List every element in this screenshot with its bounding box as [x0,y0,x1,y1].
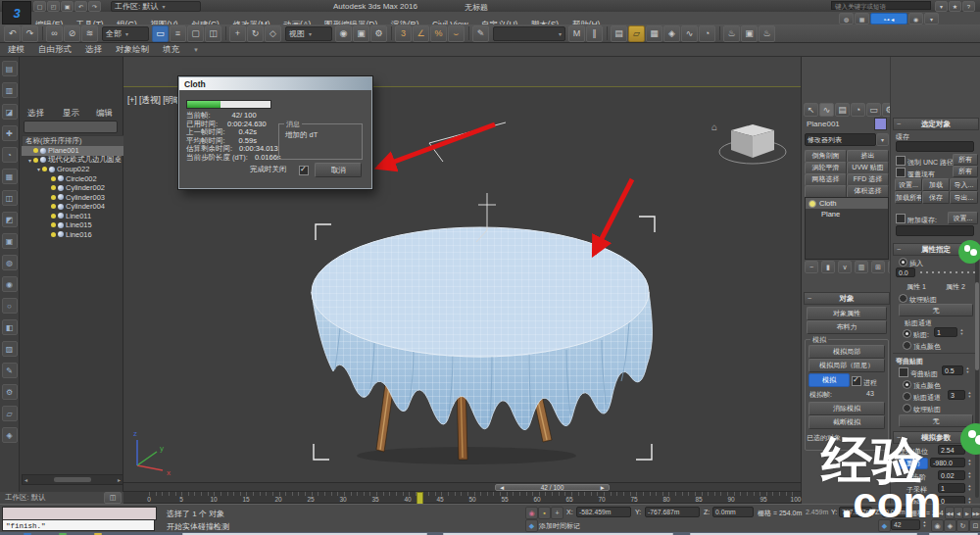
chevron-down-icon[interactable]: ▾ [876,133,889,146]
tab-motion-icon[interactable]: ◔ [851,103,865,117]
named-selection-sets-dropdown[interactable]: ▾ [493,26,565,41]
cloth-forces-button[interactable]: 布料力 [807,320,887,334]
spinner-icon[interactable]: ▴▾ [966,497,973,504]
frame-forward-icon[interactable]: ► [600,484,606,491]
ribbon-toggle-icon[interactable]: ▦ [646,25,662,42]
viewport-tab-icon[interactable]: ▤ [2,61,18,76]
frame-back-icon[interactable]: ◄ [499,484,505,491]
progress-checkbox[interactable] [852,376,861,386]
selection-lock-icon[interactable]: ▪ [538,507,551,519]
map-radio-row[interactable]: 贴图: [903,329,929,340]
viewcube[interactable]: ⌂ [711,122,786,164]
render-setup-icon[interactable]: ♨ [723,25,740,42]
tree-item-plane001[interactable]: Plane001 [22,146,133,156]
spinner-icon[interactable]: ▴▾ [966,446,973,454]
rollout-property-assignment[interactable]: − 属性指定 [893,243,979,256]
interp-value-field[interactable]: 0.0 [896,268,915,277]
step-field[interactable]: 0.02 [938,470,965,480]
maxscript-mini-listener-output[interactable]: "finish." [2,519,155,531]
percent-snap-icon[interactable]: % [430,25,447,42]
all-button-2[interactable]: 所有 [953,166,978,177]
spinner-snap-icon[interactable]: ⌣ [448,25,465,42]
z-coord-field[interactable]: 0.0mm [712,507,754,517]
selection-filter-dropdown[interactable]: 全部▾ [102,26,149,41]
bend-map-checkbox-row[interactable]: 弯曲贴图 [899,367,938,379]
open-mini-curve-editor-icon[interactable]: ◫ [104,492,122,504]
keyboard-shortcut-override-icon[interactable]: ⚙ [370,25,387,42]
time-tag-icon[interactable]: ◆ [525,519,538,532]
snaps-toggle-3d-icon[interactable]: 3 [395,25,412,42]
undo-icon[interactable]: ↶ [74,1,87,12]
subsample-field[interactable]: 1 [938,483,965,493]
go-to-end-icon[interactable]: ▶▶ [971,507,980,519]
select-and-manipulate-icon[interactable]: ▣ [353,25,369,42]
append-cache-field[interactable] [896,225,974,236]
add-time-tag-button[interactable]: 添加时间标记 [539,521,580,531]
cache-path-field[interactable] [896,141,974,152]
stack-item-cloth[interactable]: Cloth [806,198,888,209]
load-all-button[interactable]: 加载所有 [895,191,922,204]
map-channel-field[interactable]: 1 [934,327,957,337]
explorer-filter-icon[interactable]: ◈ [2,427,18,443]
material-editor-icon[interactable]: ◔ [699,25,715,42]
render-production-icon[interactable]: ♨ [759,25,775,42]
bend-map-checkbox[interactable] [899,367,908,377]
viewport-tab-icon[interactable]: ▥ [2,82,18,98]
ribbon-tab-populate[interactable]: 填充 [163,44,179,56]
reference-coordinate-dropdown[interactable]: 视图▾ [285,26,332,41]
scene-explorer-toggle-icon[interactable]: ▱ [628,25,645,42]
new-icon[interactable]: ▢ [33,1,46,12]
explorer-filter-icon[interactable]: ◪ [2,104,18,120]
spinner-icon[interactable]: ▴▾ [958,328,965,336]
rendered-frame-window-icon[interactable]: ▣ [741,25,758,42]
maxscript-mini-listener-macro[interactable] [2,507,157,520]
vertex-color2-radio[interactable] [903,380,911,389]
scrollbar-thumb[interactable] [54,477,91,482]
spinner-icon[interactable]: ▴▾ [921,520,928,528]
exchange-icon[interactable]: ▾ [924,13,939,24]
stack-item-plane[interactable]: Plane [806,209,888,219]
explorer-filter-icon[interactable]: ◫ [2,190,18,206]
simulate-button[interactable]: 模拟 [808,373,850,387]
explorer-filter-icon[interactable]: ✚ [2,125,18,141]
time-slider-thumb[interactable]: ◄ 42 / 100 ► [495,484,610,491]
dialog-title-bar[interactable]: Cloth [179,77,371,90]
spinner-icon[interactable]: ▴▾ [966,459,973,466]
panel-scrollbar[interactable] [975,253,979,498]
curve-editor-icon[interactable]: ◈ [663,25,680,42]
explorer-filter-icon[interactable]: ▱ [2,406,18,421]
explorer-menu-display[interactable]: 显示 [63,108,79,120]
x-coord-field[interactable]: -582.459m [576,507,631,517]
tab-utilities-icon[interactable]: ⚙ [882,103,890,117]
z2-coord-field[interactable]: 0.0mm [882,507,907,517]
workspace-selector[interactable]: 工作区: 默认▾ [111,1,201,12]
bend-map-field[interactable]: 0.5 [942,365,963,375]
scroll-left-icon[interactable]: ◂ [24,476,27,483]
map-channel2-field[interactable]: 3 [948,390,965,400]
notification-icon[interactable]: ◉ [908,13,923,24]
load-button[interactable]: 加载 [922,178,950,191]
export-button[interactable]: 导出... [950,191,978,204]
start-frame-field[interactable]: 0 [938,496,965,504]
orbit-icon[interactable]: ↻ [956,519,969,532]
isolate-selection-icon[interactable]: ◉ [525,507,538,519]
mirror-icon[interactable]: M [568,25,585,42]
cancel-button[interactable]: 取消 [315,163,362,177]
rectangular-selection-region-icon[interactable]: ▢ [187,25,204,42]
pan-view-icon[interactable]: ◈ [944,519,956,532]
max-logo[interactable]: 3 [2,1,31,24]
explorer-search-input[interactable] [24,121,118,133]
object-properties-button[interactable]: 对象属性 [807,307,887,320]
override-existing-checkbox[interactable] [896,168,906,177]
angle-snap-icon[interactable]: ∠ [413,25,429,42]
make-unique-icon[interactable]: ∨ [838,261,852,273]
edit-named-selection-sets-icon[interactable]: ✎ [472,25,489,42]
current-frame-field[interactable]: 42 [891,519,920,530]
lightbulb-icon[interactable] [808,200,816,208]
explorer-filter-icon[interactable]: ◔ [2,147,18,163]
rollout-simulation-parameters[interactable]: − 模拟参数 [893,431,979,444]
select-by-name-icon[interactable]: ≡ [170,25,186,42]
open-icon[interactable]: ◰ [47,1,60,12]
explorer-menu-select[interactable]: 选择 [27,108,44,120]
spinner-icon[interactable]: ▴▾ [964,366,971,374]
